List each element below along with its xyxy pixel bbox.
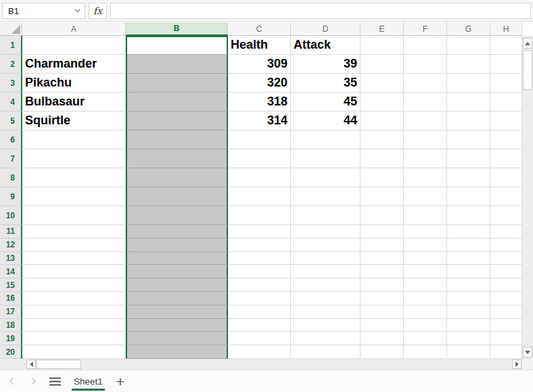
cell-d15[interactable] — [291, 278, 361, 292]
cell-b6[interactable] — [126, 130, 228, 149]
cell-f16[interactable] — [404, 292, 447, 305]
cell-g11[interactable] — [447, 225, 490, 239]
row-header-7[interactable]: 7 — [0, 149, 22, 168]
cell-f4[interactable] — [404, 93, 447, 112]
cell-b12[interactable] — [126, 239, 228, 252]
row-header-1[interactable]: 1 — [0, 36, 22, 55]
cell-c6[interactable] — [228, 130, 291, 149]
cell-g3[interactable] — [447, 74, 490, 93]
cell-a3[interactable]: Pikachu — [22, 74, 126, 93]
tab-sheet1[interactable]: Sheet1 — [72, 370, 104, 392]
cell-a18[interactable] — [22, 319, 126, 333]
cell-g10[interactable] — [447, 206, 490, 225]
prev-sheet-button[interactable] — [9, 377, 16, 385]
cell-a6[interactable] — [22, 130, 126, 149]
cell-h10[interactable] — [490, 206, 522, 225]
cell-c9[interactable] — [228, 187, 291, 206]
horizontal-scrollbar[interactable] — [0, 359, 522, 370]
select-all-corner[interactable] — [0, 22, 22, 36]
cell-g19[interactable] — [447, 332, 490, 345]
cell-e9[interactable] — [361, 187, 404, 206]
cell-d3[interactable]: 35 — [291, 74, 361, 93]
cell-g5[interactable] — [447, 112, 490, 130]
cell-h12[interactable] — [490, 239, 522, 252]
cell-g1[interactable] — [447, 36, 490, 55]
cell-f8[interactable] — [404, 168, 447, 187]
cell-d18[interactable] — [291, 319, 361, 333]
next-sheet-button[interactable] — [30, 377, 37, 385]
cell-b1[interactable] — [126, 36, 228, 55]
cell-a11[interactable] — [22, 225, 126, 239]
cell-b14[interactable] — [126, 265, 228, 278]
cell-e4[interactable] — [361, 93, 404, 112]
row-header-9[interactable]: 9 — [0, 187, 22, 206]
cell-d11[interactable] — [291, 225, 361, 239]
cell-c14[interactable] — [228, 265, 291, 278]
cell-b19[interactable] — [126, 332, 228, 345]
cell-h1[interactable] — [490, 36, 522, 55]
cell-d14[interactable] — [291, 265, 361, 278]
cell-c4[interactable]: 318 — [228, 93, 291, 112]
cell-h15[interactable] — [490, 278, 522, 292]
cell-b3[interactable] — [126, 74, 228, 93]
cell-h13[interactable] — [490, 252, 522, 266]
row-header-10[interactable]: 10 — [0, 206, 22, 225]
cell-e1[interactable] — [361, 36, 404, 55]
cell-h7[interactable] — [490, 149, 522, 168]
cell-f12[interactable] — [404, 239, 447, 252]
cell-d10[interactable] — [291, 206, 361, 225]
scroll-up-button[interactable] — [523, 38, 532, 49]
cell-c8[interactable] — [228, 168, 291, 187]
cell-e10[interactable] — [361, 206, 404, 225]
cell-d7[interactable] — [291, 149, 361, 168]
cell-b11[interactable] — [126, 225, 228, 239]
cell-g4[interactable] — [447, 93, 490, 112]
cell-c11[interactable] — [228, 225, 291, 239]
cell-c20[interactable] — [228, 345, 291, 359]
cell-b7[interactable] — [126, 149, 228, 168]
cell-c15[interactable] — [228, 278, 291, 292]
cell-f6[interactable] — [404, 130, 447, 149]
cell-a17[interactable] — [22, 305, 126, 319]
cell-h19[interactable] — [490, 332, 522, 345]
cell-f3[interactable] — [404, 74, 447, 93]
fx-button[interactable]: fx — [89, 3, 107, 19]
row-header-15[interactable]: 15 — [0, 278, 22, 292]
cell-e14[interactable] — [361, 265, 404, 278]
vertical-scrollbar[interactable] — [522, 36, 533, 359]
cell-a9[interactable] — [22, 187, 126, 206]
cell-h5[interactable] — [490, 112, 522, 130]
cell-c17[interactable] — [228, 305, 291, 319]
cell-h20[interactable] — [490, 345, 522, 359]
row-header-6[interactable]: 6 — [0, 130, 22, 149]
cell-c10[interactable] — [228, 206, 291, 225]
cell-f10[interactable] — [404, 206, 447, 225]
row-header-4[interactable]: 4 — [0, 93, 22, 112]
cell-c16[interactable] — [228, 292, 291, 305]
cell-e11[interactable] — [361, 225, 404, 239]
cell-f11[interactable] — [404, 225, 447, 239]
cell-h2[interactable] — [490, 55, 522, 74]
cell-d17[interactable] — [291, 305, 361, 319]
cell-d9[interactable] — [291, 187, 361, 206]
cell-f15[interactable] — [404, 278, 447, 292]
cell-f7[interactable] — [404, 149, 447, 168]
cell-h6[interactable] — [490, 130, 522, 149]
cell-f17[interactable] — [404, 305, 447, 319]
row-header-16[interactable]: 16 — [0, 292, 22, 305]
column-header-e[interactable]: E — [361, 22, 404, 36]
column-header-f[interactable]: F — [404, 22, 447, 36]
cell-h3[interactable] — [490, 74, 522, 93]
cell-a1[interactable] — [22, 36, 126, 55]
vertical-scrollbar-thumb[interactable] — [523, 50, 532, 90]
cell-f9[interactable] — [404, 187, 447, 206]
row-header-3[interactable]: 3 — [0, 74, 22, 93]
cell-g13[interactable] — [447, 252, 490, 266]
cell-h17[interactable] — [490, 305, 522, 319]
cell-f20[interactable] — [404, 345, 447, 359]
row-header-19[interactable]: 19 — [0, 332, 22, 345]
scroll-down-button[interactable] — [523, 347, 532, 358]
cell-g20[interactable] — [447, 345, 490, 359]
cell-e19[interactable] — [361, 332, 404, 345]
row-header-20[interactable]: 20 — [0, 345, 22, 359]
